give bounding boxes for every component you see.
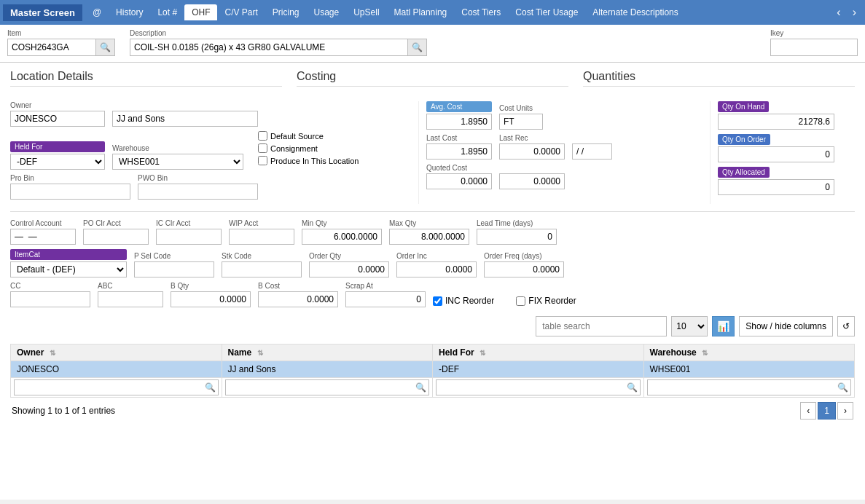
nav-lot[interactable]: Lot # <box>150 4 184 20</box>
held-for-select[interactable]: -DEF <box>10 154 105 170</box>
qty-on-hand-badge: Qty On Hand <box>718 101 769 112</box>
fix-reorder-checkbox[interactable] <box>516 296 525 306</box>
item-cat-select[interactable]: Default - (DEF) <box>10 261 127 277</box>
order-freq-label: Order Freq (days) <box>484 252 564 260</box>
po-clr-field: PO Clr Acct <box>83 219 149 245</box>
lead-time-label: Lead Time (days) <box>477 219 557 227</box>
warehouse-select[interactable]: WHSE001 <box>112 154 243 170</box>
filter-name-input[interactable] <box>225 379 430 395</box>
ic-clr-input[interactable] <box>156 229 222 245</box>
nav-alt-desc[interactable]: Alternate Descriptions <box>585 4 685 20</box>
cost-units-input[interactable] <box>499 114 543 130</box>
default-source-checkbox[interactable] <box>258 131 267 141</box>
order-inc-input[interactable] <box>396 261 477 277</box>
avg-cost-input[interactable] <box>426 114 492 130</box>
wip-input[interactable] <box>229 229 294 245</box>
qty-on-order-input[interactable] <box>718 146 834 162</box>
filter-held-for-input[interactable] <box>436 379 641 395</box>
nav-prev-arrow[interactable]: ‹ <box>831 4 846 20</box>
item-cat-field: ItemCat Default - (DEF) <box>10 249 127 277</box>
col-held-for[interactable]: Held For ⇅ <box>433 344 644 361</box>
quantities-section: Qty On Hand Qty On Order Qty Allocated <box>710 101 855 204</box>
fix-reorder-label: FIX Reorder <box>528 296 576 306</box>
default-source-row: Default Source <box>258 131 359 141</box>
next-page-button[interactable]: › <box>837 402 853 420</box>
last-cost-input[interactable] <box>426 143 492 160</box>
b-qty-input[interactable] <box>171 291 251 307</box>
nav-at-symbol[interactable]: @ <box>85 4 109 20</box>
filter-owner-input[interactable] <box>14 379 219 395</box>
held-for-badge: Held For <box>10 141 105 152</box>
cost-units-group: Cost Units <box>499 104 543 130</box>
control-account-input[interactable] <box>10 229 76 245</box>
last-rec-input[interactable] <box>499 143 565 160</box>
b-cost-input[interactable] <box>258 291 338 307</box>
item-input[interactable] <box>8 41 95 54</box>
nav-upsell[interactable]: UpSell <box>346 4 386 20</box>
nav-usage[interactable]: Usage <box>307 4 347 20</box>
table-toolbar: 10 25 50 📊 Show / hide columns ↺ <box>10 313 855 339</box>
po-clr-input[interactable] <box>83 229 149 245</box>
min-qty-input[interactable] <box>302 229 382 245</box>
consignment-checkbox[interactable] <box>258 143 267 153</box>
last-rec-date-input[interactable] <box>572 143 612 160</box>
produce-checkbox[interactable] <box>258 156 267 165</box>
col-name[interactable]: Name ⇅ <box>222 344 433 361</box>
ikey-input[interactable] <box>770 39 858 56</box>
section-titles-row: Location Details Costing Quantities <box>10 70 855 94</box>
app-title[interactable]: Master Screen <box>3 4 82 21</box>
costing-title: Costing <box>297 70 568 87</box>
warehouse-label: Warehouse <box>112 144 243 152</box>
abc-input[interactable] <box>98 291 163 307</box>
col-warehouse[interactable]: Warehouse ⇅ <box>643 344 855 361</box>
nav-pricing[interactable]: Pricing <box>265 4 307 20</box>
excel-export-button[interactable]: 📊 <box>712 316 735 336</box>
lead-time-input[interactable] <box>477 229 557 245</box>
nav-cost-tiers[interactable]: Cost Tiers <box>454 4 508 20</box>
inc-reorder-group: INC Reorder <box>433 296 494 306</box>
quoted-cost-1-input[interactable] <box>426 173 492 189</box>
owner-name-input[interactable] <box>112 111 258 127</box>
qty-allocated-input[interactable] <box>718 179 834 195</box>
item-search-button[interactable]: 🔍 <box>95 39 114 55</box>
nav-history[interactable]: History <box>109 4 150 20</box>
page-size-select[interactable]: 10 25 50 <box>671 316 708 336</box>
prev-page-button[interactable]: ‹ <box>800 402 816 420</box>
table-search-input[interactable] <box>536 316 667 336</box>
produce-label: Produce In This Location <box>270 157 359 165</box>
nav-matl-planning[interactable]: Matl Planning <box>387 4 455 20</box>
cc-input[interactable] <box>10 291 90 307</box>
refresh-button[interactable]: ↺ <box>837 316 855 336</box>
cell-held-for: -DEF <box>433 361 644 378</box>
order-qty-input[interactable] <box>309 261 389 277</box>
b-cost-label: B Cost <box>258 282 338 290</box>
page-controls: ‹ 1 › <box>800 402 853 420</box>
description-search-button[interactable]: 🔍 <box>407 39 426 55</box>
sort-icon-owner: ⇅ <box>50 349 55 357</box>
nav-cv-part[interactable]: C/V Part <box>217 4 265 20</box>
inc-reorder-checkbox[interactable] <box>433 296 442 306</box>
col-owner[interactable]: Owner ⇅ <box>11 344 222 361</box>
pro-bin-input[interactable] <box>10 184 130 200</box>
max-qty-input[interactable] <box>389 229 469 245</box>
p-sel-input[interactable] <box>134 261 214 277</box>
qty-on-order-badge: Qty On Order <box>718 134 770 145</box>
table-row[interactable]: JONESCO JJ and Sons -DEF WHSE001 <box>11 361 855 378</box>
order-qty-label: Order Qty <box>309 252 389 260</box>
filter-owner-cell: 🔍 <box>11 378 222 398</box>
scrap-at-input[interactable] <box>345 291 426 307</box>
filter-warehouse-input[interactable] <box>647 379 852 395</box>
nav-ohf[interactable]: OHF <box>184 4 217 20</box>
quoted-cost-2-input[interactable] <box>499 173 565 189</box>
nav-cost-tier-usage[interactable]: Cost Tier Usage <box>508 4 585 20</box>
description-input[interactable] <box>130 41 407 54</box>
owner-input[interactable] <box>10 111 105 127</box>
pwo-bin-input[interactable] <box>138 184 258 200</box>
cost-units-label: Cost Units <box>499 104 543 112</box>
show-hide-columns-button[interactable]: Show / hide columns <box>739 316 833 336</box>
pro-bin-label: Pro Bin <box>10 174 130 182</box>
nav-next-arrow[interactable]: › <box>847 4 862 20</box>
order-freq-input[interactable] <box>484 261 564 277</box>
qty-on-hand-input[interactable] <box>718 114 834 130</box>
stk-code-input[interactable] <box>222 261 302 277</box>
